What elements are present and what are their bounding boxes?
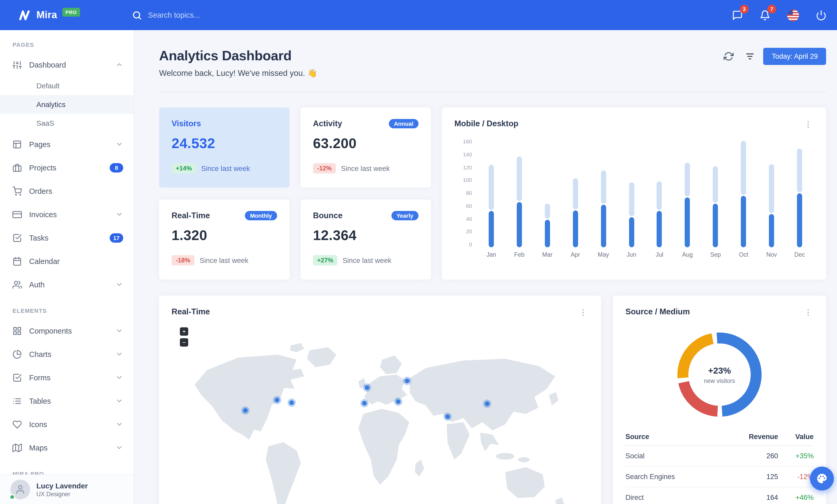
filter-button[interactable]: [742, 48, 758, 64]
x-axis-label: Dec: [785, 251, 814, 258]
mobile-segment: [713, 204, 718, 247]
palette-icon: [816, 473, 827, 484]
user-profile[interactable]: Lucy Lavender UX Designer: [0, 474, 133, 504]
refresh-button[interactable]: [721, 48, 737, 64]
sidebar-item-label: Calendar: [29, 257, 60, 265]
mobile-segment: [629, 217, 634, 247]
stacked-bar: [769, 164, 774, 247]
mobile-segment: [517, 202, 522, 247]
user-role: UX Designer: [36, 491, 88, 497]
map-marker: [485, 402, 489, 406]
messages-button[interactable]: 3: [730, 7, 745, 23]
bar-slot: [617, 138, 645, 247]
mobile-segment: [601, 205, 606, 247]
projects-count-badge: 8: [110, 163, 123, 172]
y-axis-label: 120: [463, 164, 472, 170]
revenue-cell: 164: [721, 487, 778, 504]
stat-card-realtime: Real-Time Monthly 1.320 -18% Since last …: [159, 200, 289, 280]
sidebar-section-mira-pro: MIRA PRO: [0, 459, 133, 474]
sidebar-item-saas[interactable]: SaaS: [0, 114, 133, 132]
search-input[interactable]: [148, 11, 293, 19]
sidebar-item-dashboard[interactable]: Dashboard: [0, 53, 133, 76]
bar-slot: [730, 138, 758, 247]
sidebar-item-pages[interactable]: Pages: [0, 132, 133, 156]
donut-chart-wrap: +23% new visitors: [677, 333, 762, 417]
language-button[interactable]: [785, 7, 801, 23]
sidebar-item-auth[interactable]: Auth: [0, 273, 133, 296]
stat-note: Since last week: [200, 257, 249, 264]
period-badge: Yearly: [391, 211, 418, 220]
y-axis-label: 60: [466, 203, 472, 209]
sidebar-item-forms[interactable]: Forms: [0, 366, 133, 389]
sidebar-item-invoices[interactable]: Invoices: [0, 203, 133, 226]
period-badge: Annual: [389, 119, 418, 128]
source-cell: Search Engines: [625, 466, 721, 487]
notifications-button[interactable]: 7: [758, 7, 772, 23]
map-marker: [275, 398, 280, 403]
sidebar-item-tables[interactable]: Tables: [0, 389, 133, 413]
sidebar-item-label: Tables: [29, 397, 51, 405]
sidebar-item-components[interactable]: Components: [0, 319, 133, 342]
revenue-cell: 260: [721, 446, 778, 466]
stat-note: Since last week: [341, 165, 390, 172]
map-marker: [396, 399, 401, 404]
more-vertical-icon: [804, 120, 813, 129]
source-col-header: Source: [625, 428, 721, 446]
map-marker: [405, 378, 409, 383]
sidebar-item-default[interactable]: Default: [0, 76, 133, 95]
map-card-title: Real-Time: [172, 307, 210, 316]
stat-card-bounce: Bounce Yearly 12.364 +27% Since last wee…: [301, 200, 431, 280]
power-icon: [816, 10, 826, 20]
stacked-bar: [489, 165, 494, 247]
brand[interactable]: Mira PRO: [18, 9, 80, 21]
stacked-bar: [629, 183, 634, 247]
x-axis-label: Apr: [562, 251, 590, 258]
today-date-button[interactable]: Today: April 29: [763, 48, 826, 65]
y-axis-label: 100: [463, 177, 472, 183]
layout-icon: [13, 139, 22, 149]
source-cell: Direct: [625, 487, 721, 504]
sidebar-item-orders[interactable]: Orders: [0, 179, 133, 203]
theme-settings-fab[interactable]: [810, 467, 834, 490]
calendar-icon: [13, 257, 22, 266]
map-options-button[interactable]: [577, 307, 588, 318]
sign-out-button[interactable]: [814, 7, 829, 23]
messages-count-badge: 3: [740, 4, 749, 13]
brand-name: Mira: [36, 10, 57, 21]
map-zoom-in-button[interactable]: +: [180, 327, 188, 336]
sidebar-item-charts[interactable]: Charts: [0, 342, 133, 366]
search-icon: [132, 10, 142, 20]
desktop-segment: [545, 204, 550, 219]
y-axis-label: 140: [463, 151, 472, 157]
mobile-segment: [741, 196, 746, 247]
value-col-header: Value: [778, 428, 814, 446]
sidebar-item-projects[interactable]: Projects 8: [0, 156, 133, 179]
stacked-bar: [601, 170, 606, 247]
sidebar-item-calendar[interactable]: Calendar: [0, 249, 133, 273]
source-options-button[interactable]: [803, 307, 814, 318]
sidebar-item-tasks[interactable]: Tasks 17: [0, 226, 133, 249]
stacked-bar: [741, 141, 746, 247]
sidebar-item-icons[interactable]: Icons: [0, 413, 133, 436]
chevron-down-icon: [115, 374, 123, 381]
user-name: Lucy Lavender: [36, 482, 88, 491]
value-cell: +35%: [778, 446, 814, 466]
sidebar-item-analytics[interactable]: Analytics: [0, 95, 133, 114]
chevron-down-icon: [115, 350, 123, 358]
stat-card-visitors: Visitors 24.532 +14% Since last week: [159, 108, 289, 188]
bar-x-labels: JanFebMarAprMayJunJulAugSepOctNovDec: [477, 251, 814, 258]
x-axis-label: Jul: [645, 251, 674, 258]
x-axis-label: Mar: [533, 251, 562, 258]
chart-options-button[interactable]: [803, 119, 814, 130]
bar-slot: [785, 138, 814, 247]
sidebar-item-maps[interactable]: Maps: [0, 436, 133, 459]
donut-center-label: new visitors: [704, 377, 735, 384]
map-zoom-out-button[interactable]: −: [180, 338, 188, 347]
world-map[interactable]: + −: [172, 321, 588, 504]
table-row: Search Engines 125 -12%: [625, 466, 814, 487]
sidebar-subitem-label: SaaS: [36, 119, 54, 127]
map-marker: [243, 408, 248, 413]
stat-value: 1.320: [172, 228, 277, 244]
stacked-bar: [657, 181, 662, 247]
navbar-search[interactable]: [132, 10, 293, 20]
